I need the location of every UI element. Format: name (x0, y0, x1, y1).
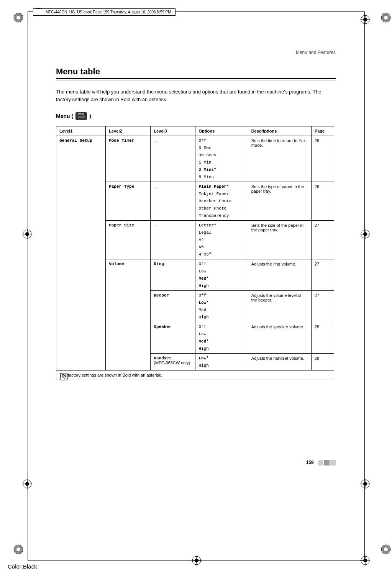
option-value: 5 Mins (198, 175, 244, 179)
option-value: Med (198, 308, 244, 312)
svg-point-7 (15, 546, 21, 552)
options-cell: Plain Paper*Inkjet PaperBrother PhotoOth… (195, 182, 248, 221)
option-value: Off (198, 293, 244, 298)
level2-cell: Paper Size (106, 221, 151, 259)
description-cell: Adjusts the ring volume. (248, 259, 311, 291)
table-footnote-row: The factory settings are shown in Bold w… (56, 370, 334, 380)
level3-cell: Beeper (151, 291, 195, 322)
option-value: Letter* (198, 223, 244, 228)
option-value: Transparency (198, 213, 244, 218)
svg-point-4 (383, 15, 389, 21)
table-row: General SetupMode Timer—Off0 Sec30 Secs1… (56, 136, 334, 182)
level2-cell: Paper Type (106, 182, 151, 221)
svg-point-1 (15, 15, 21, 21)
options-cell: OffLowMed*High (195, 259, 248, 291)
description-cell: Sets the type of paper in the paper tray… (248, 182, 311, 221)
section-title: Menu table (56, 67, 336, 77)
option-value: High (198, 363, 244, 368)
option-value: A5 (198, 245, 244, 249)
option-value: Med* (198, 339, 244, 344)
option-value: Low* (198, 300, 244, 305)
svg-point-5 (384, 16, 387, 19)
page-number: 159 (306, 460, 314, 465)
svg-point-11 (384, 548, 387, 551)
options-cell: Letter*LegalA4A54"x6" (195, 221, 248, 259)
option-value: Low* (198, 356, 244, 361)
option-value: 30 Secs (198, 153, 244, 157)
option-value: Low (198, 332, 244, 336)
description-cell: Adjusts the speaker volume. (248, 322, 311, 354)
page-cell: 28 (311, 322, 334, 354)
table-header-row: Level1 Level2 Level3 Options Description… (56, 126, 334, 136)
option-value: High (198, 315, 244, 320)
book-stamp: MFC-440CN_UG_US.book Page 159 Thursday, … (33, 8, 175, 16)
page-cell: 27 (311, 291, 334, 322)
crop-mark-icon (13, 544, 24, 556)
crop-mark-icon (381, 544, 391, 556)
menu-button-icon (75, 112, 87, 120)
svg-point-0 (14, 13, 23, 22)
option-value: 2 Mins* (198, 167, 244, 172)
option-value: Inkjet Paper (198, 192, 244, 196)
crop-mark-icon (13, 12, 24, 24)
page-cell: 28 (311, 354, 334, 370)
th-descriptions: Descriptions (248, 126, 311, 136)
options-cell: Off0 Sec30 Secs1 Min2 Mins*5 Mins (195, 136, 248, 182)
svg-point-2 (17, 16, 20, 19)
level3-label: Handset (154, 356, 192, 361)
page-cell: 26 (311, 182, 334, 221)
running-head: Menu and Features (56, 50, 336, 55)
svg-point-9 (381, 545, 390, 554)
level2-cell: Volume (106, 259, 151, 370)
level3-cell: — (151, 221, 195, 259)
option-value: Off (198, 138, 244, 143)
menu-heading-prefix: Menu ( (56, 113, 73, 119)
option-value: A4 (198, 238, 244, 242)
menu-heading-suffix: ) (89, 113, 91, 119)
page-cell: 27 (311, 259, 334, 291)
option-value: Off (198, 325, 244, 329)
level1-cell: General Setup (56, 136, 106, 370)
option-value: Brother Photo (198, 199, 244, 203)
th-page: Page (311, 126, 334, 136)
level3-cell: — (151, 182, 195, 221)
crop-mark-icon (381, 12, 391, 24)
page-marker-icon (318, 460, 336, 465)
menu-table: Level1 Level2 Level3 Options Description… (56, 126, 334, 380)
svg-point-10 (383, 546, 389, 552)
page-number-area: 159 (56, 460, 336, 465)
svg-point-8 (17, 548, 20, 551)
option-value: Off (198, 262, 244, 266)
color-label: Color:Black (8, 563, 37, 570)
th-level1: Level1 (56, 126, 106, 136)
option-value: High (198, 284, 244, 288)
svg-point-3 (381, 13, 390, 22)
page-cell: 27 (311, 221, 334, 259)
options-cell: OffLow*MedHigh (195, 291, 248, 322)
note-icon (59, 372, 69, 382)
option-value: 1 Min (198, 160, 244, 165)
th-options: Options (195, 126, 248, 136)
option-value: Med* (198, 276, 244, 281)
th-level3: Level3 (151, 126, 195, 136)
level3-cell: Ring (151, 259, 195, 291)
level3-cell: Speaker (151, 322, 195, 354)
description-cell: Adjusts the volume level of the beeper. (248, 291, 311, 322)
option-value: Plain Paper* (198, 184, 244, 189)
options-cell: Low*High (195, 354, 248, 370)
intro-paragraph: The menu table will help you understand … (56, 88, 336, 103)
options-cell: OffLowMed*High (195, 322, 248, 354)
option-value: Low (198, 269, 244, 274)
description-cell: Adjusts the handset volume. (248, 354, 311, 370)
level3-cell: — (151, 136, 195, 182)
menu-heading: Menu ( ) (56, 112, 336, 120)
option-value: 4"x6" (198, 252, 244, 257)
description-cell: Sets the time to return to Fax mode. (248, 136, 311, 182)
level2-cell: Mode Timer (106, 136, 151, 182)
svg-point-6 (14, 545, 23, 554)
th-level2: Level2 (106, 126, 151, 136)
option-value: 0 Sec (198, 146, 244, 150)
level3-label: (MFC-665CW only) (154, 361, 192, 365)
description-cell: Sets the size of the paper in the paper … (248, 221, 311, 259)
level3-cell: Handset(MFC-665CW only) (151, 354, 195, 370)
